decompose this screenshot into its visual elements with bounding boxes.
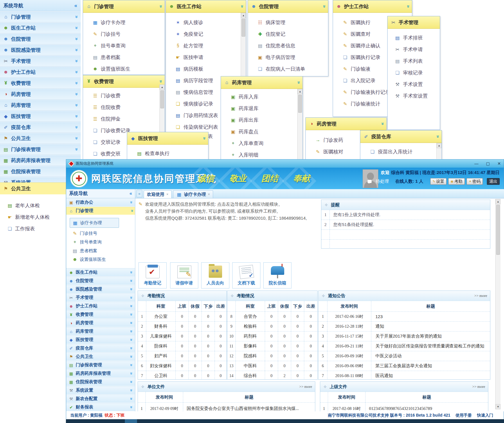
sidebar-item[interactable]: ▤ 门诊报表管理 »: [66, 361, 135, 369]
quickstart-link[interactable]: 快速入门: [477, 413, 493, 418]
chevron-down-icon[interactable]: »: [129, 288, 134, 290]
pending-link[interactable]: 待处理: [376, 179, 389, 184]
collapse-up-icon[interactable]: «: [157, 5, 163, 8]
panel-header[interactable]: ✂ 手术管理: [388, 16, 440, 29]
chevron-down-icon[interactable]: »: [129, 271, 134, 273]
menu-item[interactable]: ⌖挂号单查询: [92, 40, 165, 51]
chevron-down-icon[interactable]: »: [73, 82, 79, 84]
chevron-down-icon[interactable]: »: [73, 115, 79, 117]
scroll-up-icon[interactable]: ▲: [298, 89, 303, 94]
collapse-up-icon[interactable]: «: [157, 80, 163, 83]
scroll-up-icon[interactable]: ▲: [241, 13, 246, 18]
message-bubble-icon[interactable]: [368, 180, 372, 183]
chevron-down-icon[interactable]: »: [129, 364, 134, 366]
minimize-button[interactable]: —: [474, 161, 478, 166]
maximize-button[interactable]: ▢: [486, 161, 490, 166]
logout-button[interactable]: 退出: [487, 178, 500, 185]
chevron-down-icon[interactable]: »: [129, 381, 134, 383]
scroll-up-icon[interactable]: ▲: [160, 85, 165, 90]
collapse-up-icon[interactable]: «: [434, 135, 440, 138]
desktop-nav-item[interactable]: ☻ 护士工作站 »: [0, 67, 81, 78]
desktop-nav-item[interactable]: ¥ 收费管理 »: [0, 78, 81, 89]
submenu-item[interactable]: ✎ 门诊挂号: [72, 229, 135, 238]
more-link[interactable]: >> more: [472, 384, 485, 389]
scrollbar[interactable]: ▲: [436, 143, 442, 159]
desktop-nav-item[interactable]: ✂ 手术管理 »: [0, 55, 81, 67]
header-button[interactable]: ✦ 密码: [467, 178, 483, 185]
close-button[interactable]: ✕: [497, 161, 501, 166]
desktop-nav-item[interactable]: ☻ 住院管理 »: [0, 33, 81, 44]
collapse-up-icon[interactable]: «: [321, 5, 327, 8]
sidebar-item[interactable]: ▦ 药房药库报表管理 »: [66, 369, 135, 378]
shortcut-document-download[interactable]: 文档下载: [232, 262, 260, 288]
collapse-left-icon[interactable]: «: [74, 3, 77, 9]
tab-clinic-card[interactable]: ▦ 诊疗卡办理 ×: [173, 190, 213, 198]
sidebar-item[interactable]: ⚒ 系统设置 »: [66, 386, 135, 395]
collapse-up-icon[interactable]: «: [379, 122, 385, 125]
chevron-down-icon[interactable]: »: [129, 347, 134, 349]
panel-header[interactable]: ⌂ 门诊管理 «: [83, 0, 165, 13]
menu-item[interactable]: ▤住院患者信息: [257, 40, 328, 51]
menu-item[interactable]: §处方管理: [175, 40, 246, 51]
content-scrollbar[interactable]: ▲ ▼: [495, 199, 501, 409]
panel-header[interactable]: ☻ 住院管理 «: [248, 0, 328, 13]
sidebar-item[interactable]: ✔ 财务报表 »: [66, 403, 135, 411]
menu-item[interactable]: ☰住院押金: [92, 113, 165, 125]
chevron-down-icon[interactable]: »: [73, 71, 79, 73]
menu-item[interactable]: ⚒手术室设置: [395, 90, 440, 102]
manual-link[interactable]: 使用手册: [456, 413, 472, 418]
submenu-item[interactable]: ⌖ 挂号单查询: [72, 238, 135, 246]
chevron-down-icon[interactable]: »: [129, 330, 134, 332]
menu-item[interactable]: ⌖入库明细: [230, 149, 303, 160]
panel-header[interactable]: ☻ 护士工作站 «: [333, 0, 412, 13]
menu-item[interactable]: ☷病床管理: [257, 17, 328, 28]
notice-row[interactable]: 6 2016-09-06 09时 第三届工会换届选举大会通知: [318, 361, 490, 371]
scroll-thumb[interactable]: [160, 90, 164, 108]
desktop-nav-item[interactable]: ◑ 药房管理 »: [0, 89, 81, 100]
header-button[interactable]: ◉ 考勤: [448, 178, 465, 185]
menu-item[interactable]: ▦诊疗卡办理: [92, 17, 165, 28]
sidebar-item[interactable]: ✂ 手术管理 »: [66, 293, 135, 302]
collapse-up-icon[interactable]: «: [405, 5, 411, 8]
menu-item[interactable]: ✶免疫登记: [175, 28, 246, 40]
collapse-up-icon[interactable]: «: [201, 137, 207, 139]
sidebar-item[interactable]: ▦ 住院报表管理 »: [66, 378, 135, 386]
file-row[interactable]: 1 2017-02-09 09时 国务院安委会办公室关于山西省朔州市中煤集团担水…: [138, 403, 315, 411]
panel-header[interactable]: ☻ 医生工作站 «: [166, 0, 246, 13]
scroll-up-icon[interactable]: ▲: [437, 143, 442, 148]
tab-welcome[interactable]: 欢迎使用 ×: [144, 190, 172, 198]
menu-item[interactable]: ☻设置值班医生: [92, 63, 165, 75]
scroll-thumb[interactable]: [496, 205, 500, 255]
submenu-item[interactable]: ▤ 患者档案: [72, 246, 135, 255]
menu-item[interactable]: ✶病人接诊: [175, 17, 246, 28]
reminder-row[interactable]: 1 您有1份上级文件待处理.: [321, 210, 490, 220]
scroll-thumb[interactable]: [298, 95, 302, 113]
desktop-nav-item[interactable]: ✐ 疫苗仓库 »: [0, 122, 81, 133]
menu-item[interactable]: ☛医技申请: [175, 51, 246, 63]
reminder-row[interactable]: 2 您有51条待处理提醒.: [321, 220, 490, 230]
menu-item[interactable]: ✂手术申请: [395, 44, 440, 55]
sidebar-item[interactable]: ◑ 药房管理 »: [66, 319, 135, 327]
menu-item[interactable]: ☰住院收费: [92, 101, 165, 113]
chevron-down-icon[interactable]: »: [129, 372, 134, 374]
chevron-down-icon[interactable]: »: [129, 406, 134, 408]
shortcut-leave-request[interactable]: 请假申请: [170, 262, 198, 288]
panel-header[interactable]: ¥ 收费管理 «: [83, 75, 165, 88]
sidebar-item[interactable]: ☻ 护士工作站 »: [66, 302, 135, 310]
sidebar-item[interactable]: ▣ 行政办公 »: [66, 198, 135, 207]
desktop-nav-item[interactable]: ☻ 医院感染管理 »: [0, 44, 81, 55]
menu-item[interactable]: ▤手术排班: [395, 32, 440, 44]
menu-item[interactable]: ▤患者档案: [92, 51, 165, 63]
reminder-row[interactable]: [321, 230, 490, 240]
more-link[interactable]: >> more: [299, 384, 312, 389]
shortcut-attendance-register[interactable]: 考勤登记: [138, 262, 167, 288]
chevron-up-icon[interactable]: «: [129, 209, 134, 212]
chevron-down-icon[interactable]: »: [129, 355, 134, 358]
file-row[interactable]: 1 2017-02-08 16时 01234567899876543210123…: [320, 403, 488, 411]
menu-item[interactable]: ✎门诊挂号: [92, 28, 165, 40]
scroll-up-icon[interactable]: ▲: [496, 199, 501, 204]
chevron-down-icon[interactable]: »: [73, 126, 79, 128]
submenu-item-selected[interactable]: ▦ 诊疗卡办理: [70, 218, 119, 228]
window-titlebar[interactable]: 医院信息协同管理系统 — ▢ ✕: [66, 159, 504, 168]
chevron-down-icon[interactable]: »: [73, 137, 79, 139]
